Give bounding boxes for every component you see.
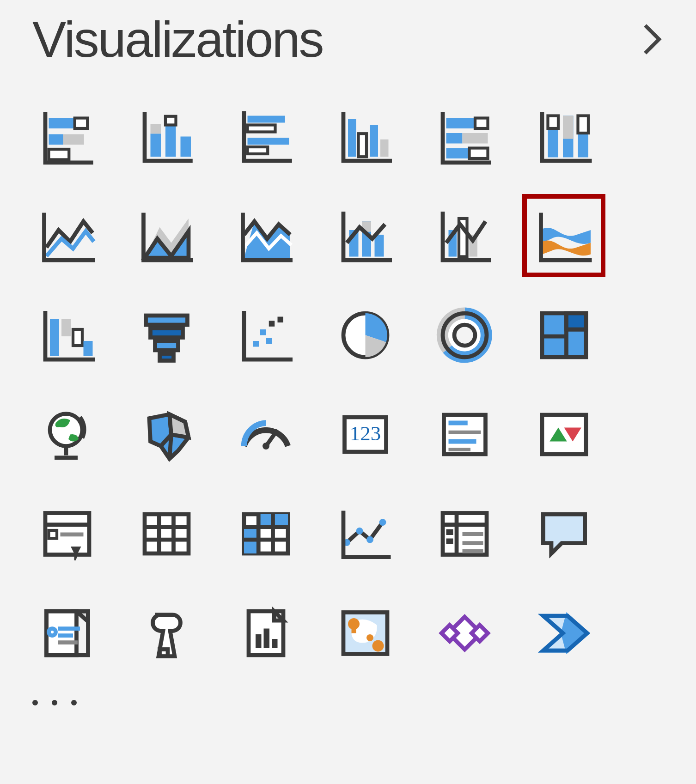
line-chart-icon[interactable]	[32, 201, 102, 270]
treemap-chart-icon[interactable]	[529, 300, 598, 370]
svg-point-70	[50, 413, 82, 446]
arcgis-map-icon[interactable]	[330, 598, 400, 668]
svg-rect-123	[272, 639, 278, 648]
svg-rect-22	[446, 148, 469, 158]
filled-map-icon[interactable]	[132, 400, 201, 469]
svg-rect-13	[247, 147, 268, 154]
kpi-chart-icon[interactable]	[529, 400, 598, 469]
svg-rect-126	[351, 624, 356, 633]
svg-rect-68	[566, 313, 586, 329]
python-visual-icon[interactable]	[430, 499, 499, 568]
svg-rect-56	[277, 316, 283, 322]
pie-chart-icon[interactable]	[330, 300, 400, 370]
svg-rect-4	[49, 149, 69, 160]
svg-rect-53	[253, 341, 259, 347]
svg-rect-87	[49, 530, 57, 539]
panel-title: Visualizations	[32, 14, 323, 65]
svg-rect-15	[358, 134, 366, 157]
svg-point-114	[49, 628, 55, 635]
svg-rect-54	[260, 329, 266, 335]
svg-rect-122	[263, 628, 269, 648]
svg-rect-44	[83, 341, 92, 356]
svg-rect-118	[159, 649, 168, 656]
power-automate-icon[interactable]	[529, 598, 598, 668]
svg-rect-0	[49, 118, 74, 128]
svg-rect-108	[446, 529, 453, 535]
gauge-chart-icon[interactable]	[231, 400, 300, 469]
waterfall-chart-icon[interactable]	[32, 300, 102, 370]
power-apps-icon[interactable]	[430, 598, 499, 668]
svg-rect-20	[446, 133, 462, 144]
decomposition-tree-icon[interactable]	[132, 598, 201, 668]
svg-rect-10	[247, 115, 285, 122]
svg-rect-3	[63, 134, 84, 145]
clustered-column-chart-icon[interactable]	[330, 102, 400, 171]
visualization-icon-grid: 123	[32, 102, 678, 668]
svg-rect-14	[348, 119, 356, 157]
svg-rect-89	[145, 514, 189, 553]
matrix-icon[interactable]	[231, 499, 300, 568]
r-script-visual-icon[interactable]	[330, 499, 400, 568]
line-clustered-column-icon[interactable]	[430, 201, 499, 270]
svg-rect-5	[150, 134, 161, 157]
stacked-area-chart-icon[interactable]	[231, 201, 300, 270]
svg-rect-12	[247, 138, 289, 145]
svg-rect-18	[446, 118, 475, 128]
panel-header: Visualizations	[32, 14, 678, 65]
funnel-chart-icon[interactable]	[132, 300, 201, 370]
area-chart-icon[interactable]	[132, 201, 201, 270]
svg-point-104	[379, 519, 386, 526]
key-influencers-icon[interactable]	[32, 598, 102, 668]
hundred-stacked-column-icon[interactable]	[529, 102, 598, 171]
ellipsis-icon[interactable]	[32, 700, 678, 705]
svg-point-128	[366, 634, 373, 641]
table-icon[interactable]	[132, 499, 201, 568]
donut-chart-icon[interactable]	[430, 300, 499, 370]
svg-rect-43	[73, 329, 82, 346]
svg-rect-21	[462, 133, 488, 144]
svg-rect-25	[548, 115, 558, 128]
scatter-chart-icon[interactable]	[231, 300, 300, 370]
clustered-bar-chart-icon[interactable]	[231, 102, 300, 171]
svg-rect-82	[542, 415, 586, 454]
ribbon-chart-icon[interactable]	[529, 201, 598, 270]
paginated-report-icon[interactable]	[231, 598, 300, 668]
stacked-column-chart-icon[interactable]	[132, 102, 201, 171]
svg-rect-9	[180, 136, 191, 157]
svg-rect-37	[374, 235, 384, 257]
svg-point-127	[372, 640, 384, 651]
svg-text:123: 123	[349, 422, 381, 445]
svg-rect-19	[475, 118, 488, 128]
svg-rect-57	[266, 338, 272, 344]
svg-point-103	[366, 536, 373, 543]
hundred-stacked-bar-icon[interactable]	[430, 102, 499, 171]
visualizations-panel: Visualizations	[0, 0, 696, 715]
svg-rect-8	[165, 116, 176, 125]
svg-rect-55	[269, 321, 275, 327]
svg-rect-2	[49, 134, 63, 145]
svg-rect-23	[469, 148, 488, 158]
svg-rect-7	[165, 125, 176, 157]
svg-rect-42	[61, 319, 71, 336]
svg-rect-27	[563, 115, 574, 139]
map-globe-icon[interactable]	[32, 400, 102, 469]
svg-rect-109	[446, 538, 453, 544]
chevron-right-icon[interactable]	[636, 23, 668, 55]
multi-row-card-icon[interactable]	[430, 400, 499, 469]
svg-rect-41	[50, 319, 59, 356]
svg-rect-11	[247, 125, 275, 132]
svg-point-102	[356, 527, 363, 534]
svg-rect-29	[578, 115, 588, 133]
svg-rect-16	[370, 125, 378, 157]
svg-rect-17	[380, 139, 389, 157]
slicer-icon[interactable]	[32, 499, 102, 568]
svg-rect-1	[74, 118, 87, 128]
svg-rect-6	[150, 124, 161, 134]
line-stacked-column-icon[interactable]	[330, 201, 400, 270]
stacked-bar-chart-icon[interactable]	[32, 102, 102, 171]
svg-point-74	[263, 443, 269, 450]
qna-visual-icon[interactable]	[529, 499, 598, 568]
svg-rect-121	[256, 634, 262, 648]
card-chart-icon[interactable]: 123	[330, 400, 400, 469]
